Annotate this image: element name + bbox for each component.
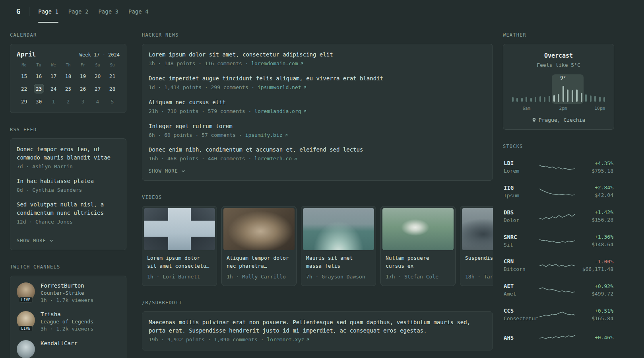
- chevron-down-icon: [181, 169, 186, 173]
- rss-list: Donec tempor eros leo, ut commodo mauris…: [17, 145, 120, 226]
- rss-item-title[interactable]: Donec tempor eros leo, ut commodo mauris…: [17, 145, 120, 162]
- post-domain-label: loremdomain.com: [251, 60, 298, 68]
- stock-price: $156.28: [576, 216, 613, 224]
- channel-name[interactable]: Trisha: [41, 311, 93, 317]
- twitch-channel-row[interactable]: LIVEForrestBurtonCounter-Strike1h · 1.7k…: [17, 282, 120, 304]
- post-title[interactable]: Integer eget rutrum lorem: [149, 122, 486, 130]
- weather-hour-bar: [547, 74, 552, 104]
- stock-ticker[interactable]: IIG: [504, 185, 539, 191]
- hacker-news-show-more-button[interactable]: SHOW MORE: [149, 168, 186, 174]
- post-title[interactable]: Donec imperdiet augue tincidunt felis al…: [149, 74, 486, 83]
- weather-hour-bar: [597, 74, 602, 104]
- weather-feels-like: Feels like 5°C: [510, 62, 607, 68]
- video-title[interactable]: Nullam posuere cursus ex: [386, 254, 450, 270]
- stock-price: $165.84: [576, 315, 613, 323]
- rss-item-title[interactable]: In hac habitasse platea: [17, 177, 120, 185]
- top-bar: G Page 1Page 2Page 3Page 4: [0, 0, 644, 23]
- stock-row[interactable]: CRNBitcorn-1.00%$66,171.48: [503, 253, 614, 278]
- stock-id: CRNBitcorn: [504, 258, 539, 273]
- stock-name: Sit: [504, 241, 539, 249]
- stock-values: +2.84%$42.04: [576, 185, 613, 199]
- calendar-grid: MoTuWeThFrSaSu15161718192021222324252627…: [17, 63, 120, 106]
- weather-hour-bar: [565, 74, 570, 104]
- post-domain-link[interactable]: loremnet.xyz: [267, 336, 310, 344]
- stock-sparkline-chart: [539, 285, 576, 296]
- stock-row[interactable]: LDILorem+4.35%$795.18: [503, 155, 614, 180]
- channel-game: League of Legends: [41, 319, 93, 325]
- stock-ticker[interactable]: SNRC: [504, 234, 539, 240]
- stock-values: +0.51%$165.84: [576, 308, 613, 323]
- post-domain-link[interactable]: loremlandia.org: [254, 108, 306, 115]
- video-title[interactable]: Suspendisse diam: [465, 254, 493, 270]
- weather-hour-bar: [593, 74, 598, 104]
- tab-page-2[interactable]: Page 2: [68, 0, 89, 23]
- video-card[interactable]: Suspendisse diam18h · Tara: [460, 206, 493, 286]
- stock-ticker[interactable]: AET: [504, 283, 539, 289]
- tab-page-4[interactable]: Page 4: [128, 0, 149, 23]
- post-title[interactable]: Aliquam nec cursus elit: [149, 98, 486, 107]
- video-card[interactable]: Mauris sit amet massa felis7h · Grayson …: [301, 206, 376, 286]
- stock-row[interactable]: CCSConsectetur+0.51%$165.84: [503, 303, 614, 327]
- stock-ticker[interactable]: LDI: [504, 160, 539, 166]
- stock-id: AHS: [504, 335, 539, 341]
- stock-name: Amet: [504, 290, 539, 298]
- subreddit-section: /R/SUBREDDIT Maecenas mollis pulvinar er…: [142, 300, 493, 350]
- calendar-month: April: [17, 51, 36, 58]
- stock-row[interactable]: DBSDolor+1.42%$156.28: [503, 204, 614, 229]
- channel-name[interactable]: KendallCarr: [41, 340, 78, 346]
- stock-ticker[interactable]: CRN: [504, 258, 539, 265]
- post-title[interactable]: Lorem ipsum dolor sit amet, consectetur …: [149, 51, 486, 59]
- post-title[interactable]: Maecenas mollis pulvinar erat non posuer…: [149, 318, 486, 335]
- stock-values: -1.00%$66,171.48: [576, 259, 613, 273]
- post-domain-link[interactable]: loremdomain.com: [251, 60, 303, 68]
- video-card[interactable]: Nullam posuere cursus ex17h · Stefan Col…: [380, 206, 456, 286]
- rss-item-title[interactable]: Sed volutpat nulla nisl, a condimentum n…: [17, 200, 120, 217]
- post-domain-link[interactable]: ipsumify.biz: [245, 132, 288, 139]
- weather-hour-bar: [579, 74, 584, 104]
- video-meta: 7h · Grayson Dawson: [306, 273, 371, 281]
- video-title[interactable]: Aliquam tempor dolor nec pharetra…: [227, 254, 291, 270]
- video-thumbnail: [462, 208, 493, 250]
- stock-values: +1.36%$148.64: [576, 234, 613, 249]
- stock-ticker[interactable]: AHS: [504, 335, 539, 341]
- stock-price: $66,171.48: [576, 266, 613, 273]
- stock-row[interactable]: IIGIpsum+2.84%$42.04: [503, 180, 614, 204]
- calendar-week-number: 17: [94, 52, 99, 58]
- stock-ticker[interactable]: DBS: [504, 209, 539, 216]
- video-title[interactable]: Lorem ipsum dolor sit amet consectetu…: [147, 254, 212, 270]
- weather-hour-bar: [515, 74, 520, 104]
- stock-ticker[interactable]: CCS: [504, 307, 539, 314]
- stock-row[interactable]: AETAmet+0.92%$499.72: [503, 278, 614, 303]
- avatar-image: [17, 340, 35, 358]
- post-domain-label: ipsumify.biz: [245, 132, 283, 139]
- post: Integer eget rutrum lorem6h · 60 points …: [149, 122, 486, 139]
- section-title-stocks: STOCKS: [503, 144, 614, 149]
- twitch-channel-row[interactable]: LIVETrishaLeague of Legends3h · 1.2k vie…: [17, 311, 120, 333]
- video-card[interactable]: Lorem ipsum dolor sit amet consectetu…1h…: [142, 206, 217, 286]
- stock-name: Ipsum: [504, 192, 539, 200]
- calendar-today-cell: 23: [31, 84, 46, 93]
- weather-temp-label: 9°: [560, 75, 566, 81]
- video-card[interactable]: Aliquam tempor dolor nec pharetra…1h · M…: [221, 206, 297, 286]
- post-meta-text: 21h · 710 points · 579 comments ·: [149, 108, 254, 114]
- stock-row[interactable]: AHS+0.46%: [503, 327, 614, 348]
- calendar-date-label: 21: [107, 71, 118, 81]
- external-link-icon: [300, 62, 304, 66]
- post-domain-link[interactable]: ipsumworld.net: [258, 84, 307, 91]
- chevron-down-icon: [49, 238, 54, 243]
- weather-location-label: Prague, Czechia: [539, 117, 585, 123]
- tab-page-3[interactable]: Page 3: [98, 0, 118, 23]
- rss-show-more-label: SHOW MORE: [17, 238, 46, 243]
- post-domain-link[interactable]: loremtech.co: [254, 155, 297, 163]
- calendar-date-cell: 30: [31, 97, 46, 106]
- rss-show-more-button[interactable]: SHOW MORE: [17, 238, 54, 243]
- channel-name[interactable]: ForrestBurton: [41, 282, 93, 289]
- post-title[interactable]: Donec enim nibh, condimentum et accumsan…: [149, 146, 486, 154]
- video-title[interactable]: Mauris sit amet massa felis: [306, 254, 371, 270]
- stock-row[interactable]: SNRCSit+1.36%$148.64: [503, 229, 614, 254]
- tab-page-1[interactable]: Page 1: [38, 0, 58, 23]
- twitch-channel-row[interactable]: KendallCarr: [17, 340, 120, 358]
- twitch-section: TWITCH CHANNELS LIVEForrestBurtonCounter…: [10, 264, 126, 358]
- app-logo[interactable]: G: [16, 0, 20, 23]
- stock-values: +0.92%$499.72: [576, 283, 613, 298]
